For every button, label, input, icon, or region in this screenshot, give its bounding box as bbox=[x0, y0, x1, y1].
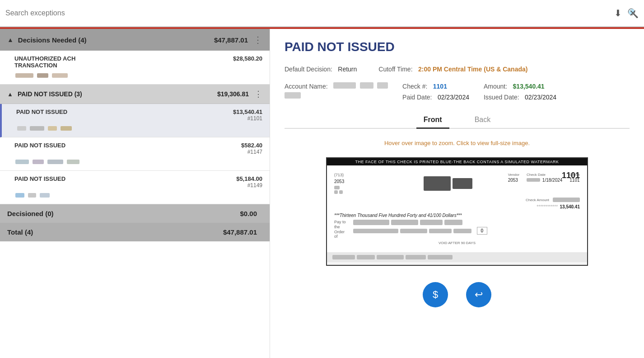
detail-title: PAID NOT ISSUED bbox=[285, 40, 630, 54]
tab-back[interactable]: Back bbox=[467, 112, 498, 129]
paid-date-label: Paid Date: bbox=[402, 94, 432, 101]
search-input[interactable] bbox=[5, 9, 627, 17]
addr-r2 bbox=[334, 190, 338, 194]
decisioned-amount: $0.00 bbox=[240, 210, 257, 217]
acct-redacted-2 bbox=[360, 82, 373, 89]
check-body: 1101 (713) 2053 bbox=[327, 165, 587, 252]
pni-1-amount: $13,540.41 bbox=[233, 108, 262, 115]
total-header: Total (4) $47,887.01 bbox=[0, 223, 270, 241]
check-pay-to: Pay totheOrderof bbox=[334, 220, 580, 239]
download-button[interactable]: ⬇ bbox=[614, 8, 622, 19]
r7 bbox=[47, 160, 63, 164]
paid-not-issued-item-1[interactable]: PAID NOT ISSUED $13,540.41 #1101 bbox=[0, 104, 270, 137]
pni-1-title: PAID NOT ISSUED bbox=[16, 108, 67, 115]
micr-r1 bbox=[332, 255, 355, 259]
payee-r1 bbox=[353, 220, 389, 225]
issued-date-row: Issued Date: 02/23/2024 bbox=[484, 93, 556, 101]
check-amount-row: Check Amount bbox=[526, 198, 580, 202]
issued-date-value: 02/23/2024 bbox=[525, 94, 556, 101]
paid-not-issued-group-menu-icon[interactable]: ⋮ bbox=[254, 89, 262, 99]
logo-r2 bbox=[453, 178, 472, 189]
vendor-label: Vendor bbox=[508, 173, 519, 177]
addr-row-2 bbox=[334, 190, 388, 194]
zoom-hint: Hover over image to zoom. Click to view … bbox=[285, 140, 630, 146]
ach-transaction-item[interactable]: UNAUTHORIZED ACHTRANSACTION $28,580.20 bbox=[0, 51, 270, 85]
check-logo-area bbox=[399, 173, 497, 194]
tab-front[interactable]: Front bbox=[416, 112, 449, 129]
left-panel: ▲ Decisions Needed (4) $47,887.01 ⋮ UNAU… bbox=[0, 29, 270, 358]
pni-1-redacted bbox=[16, 124, 262, 132]
account-name-field: Account Name: bbox=[285, 82, 388, 100]
pni-2-redacted bbox=[14, 158, 262, 166]
pay-to-value-area: 0 bbox=[353, 220, 580, 235]
redacted-bar-3 bbox=[52, 73, 68, 78]
check-amount-value-row: ************ 13,540.41 bbox=[526, 202, 580, 210]
r1 bbox=[17, 126, 26, 131]
amount-row: Amount: $13,540.41 bbox=[484, 82, 556, 90]
return-button[interactable]: ↩ bbox=[466, 282, 491, 307]
pni-3-redacted bbox=[14, 191, 262, 199]
search-bar: 🔍 ⬇ ✕ bbox=[0, 0, 644, 27]
total-amount: $47,887.01 bbox=[223, 228, 257, 236]
pni-3-check: #1149 bbox=[236, 182, 262, 188]
check-top-bar: THE FACE OF THIS CHECK IS PRINTED BLUE-T… bbox=[327, 158, 587, 165]
ach-amount: $28,580.20 bbox=[233, 55, 262, 62]
micr-r5 bbox=[428, 255, 453, 259]
pay-button[interactable]: $ bbox=[423, 282, 448, 307]
default-decision-label: Default Decision: bbox=[285, 66, 332, 73]
paid-date-value: 02/23/2024 bbox=[438, 94, 469, 101]
account-name-value bbox=[333, 82, 388, 90]
acct-redacted-4 bbox=[285, 92, 301, 99]
chk-amt-label: Check Amount bbox=[526, 198, 549, 202]
image-tabs: Front Back bbox=[285, 112, 630, 129]
check-amount-group: Check Amount ************ 13,540.41 bbox=[526, 198, 580, 210]
ach-title: UNAUTHORIZED ACHTRANSACTION bbox=[14, 55, 75, 69]
cutoff-time-label: Cutoff Time: bbox=[378, 66, 412, 73]
paid-not-issued-item-2[interactable]: PAID NOT ISSUED $582.40 #1147 bbox=[0, 137, 270, 171]
paid-not-issued-item-3[interactable]: PAID NOT ISSUED $5,184.00 #1149 bbox=[0, 171, 270, 204]
company-address-redacted bbox=[334, 186, 388, 194]
main-layout: ▲ Decisions Needed (4) $47,887.01 ⋮ UNAU… bbox=[0, 29, 644, 358]
acct-redacted-1 bbox=[333, 82, 356, 89]
action-buttons: $ ↩ bbox=[285, 273, 630, 316]
amount-value: $13,540.41 bbox=[513, 83, 545, 90]
cutoff-time-field: Cutoff Time: 2:00 PM Central Time (US & … bbox=[378, 65, 527, 73]
check-number-row: Check #: 1101 bbox=[402, 82, 469, 90]
decisioned-title: Decisioned (0) bbox=[7, 210, 240, 217]
decisioned-header[interactable]: Decisioned (0) $0.00 bbox=[0, 204, 270, 223]
date-r1 bbox=[527, 178, 540, 182]
r5 bbox=[15, 160, 29, 164]
payee-r2 bbox=[391, 220, 418, 225]
micr-r3 bbox=[377, 255, 404, 259]
check-top-section: (713) 2053 bbox=[334, 173, 580, 194]
vendor-value: 2053 bbox=[508, 178, 519, 183]
check-number-value: 1101 bbox=[433, 83, 447, 90]
addr-r1 bbox=[334, 186, 340, 189]
r10 bbox=[28, 193, 36, 198]
close-button[interactable]: ✕ bbox=[629, 8, 637, 19]
decisions-needed-menu-icon[interactable]: ⋮ bbox=[253, 34, 262, 45]
r4 bbox=[61, 126, 72, 131]
check-company-info: (713) 2053 bbox=[334, 173, 388, 194]
r8 bbox=[67, 160, 79, 164]
pni-1-amounts: $13,540.41 #1101 bbox=[233, 108, 262, 122]
default-decision-value: Return bbox=[338, 66, 357, 73]
company-id-2: 2053 bbox=[334, 179, 388, 184]
r9 bbox=[15, 193, 24, 198]
decisions-needed-header[interactable]: ▲ Decisions Needed (4) $47,887.01 ⋮ bbox=[0, 29, 270, 51]
paid-not-issued-group-header[interactable]: ▲ PAID NOT ISSUED (3) $19,306.81 ⋮ bbox=[0, 85, 270, 104]
acct-redacted-3 bbox=[377, 82, 388, 89]
check-image-inner: THE FACE OF THIS CHECK IS PRINTED BLUE-T… bbox=[327, 158, 587, 262]
paid-not-issued-group-title: PAID NOT ISSUED (3) bbox=[18, 90, 217, 98]
check-image[interactable]: THE FACE OF THIS CHECK IS PRINTED BLUE-T… bbox=[326, 157, 588, 266]
addr-row-1 bbox=[334, 186, 388, 189]
redacted-bar-2 bbox=[37, 73, 48, 78]
chk-amt-r1 bbox=[553, 198, 580, 202]
paid-date-row: Paid Date: 02/23/2024 bbox=[402, 93, 469, 101]
meta-row-1: Default Decision: Return Cutoff Time: 2:… bbox=[285, 65, 630, 73]
company-id: (713) bbox=[334, 173, 388, 177]
pni-3-title: PAID NOT ISSUED bbox=[14, 175, 65, 182]
group-chevron-icon: ▲ bbox=[7, 91, 13, 98]
check-date-label: Check Date bbox=[527, 173, 562, 177]
default-decision-field: Default Decision: Return bbox=[285, 65, 357, 73]
